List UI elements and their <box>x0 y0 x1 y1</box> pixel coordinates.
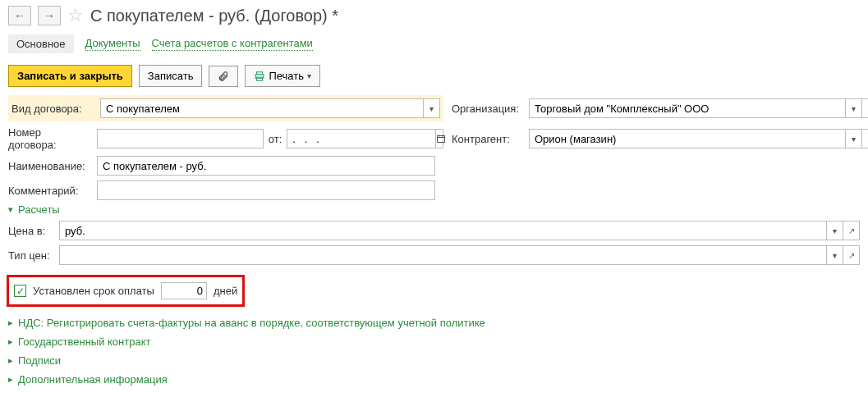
chevron-right-icon <box>8 317 13 328</box>
currency-input[interactable] <box>60 221 826 240</box>
price-type-label: Тип цен: <box>8 249 54 262</box>
section-sign-label: Подписи <box>18 354 61 367</box>
printer-icon <box>254 71 265 82</box>
contract-type-row: Вид договора: ▾ <box>8 95 443 121</box>
days-label: дней <box>214 285 237 297</box>
organization-select[interactable]: ▾ ↗ <box>529 98 868 118</box>
price-in-label: Цена в: <box>8 225 54 237</box>
tab-accounts[interactable]: Счета расчетов с контрагентами <box>152 37 313 51</box>
tab-main[interactable]: Основное <box>8 34 74 53</box>
calendar-icon[interactable] <box>435 130 446 148</box>
attach-button[interactable] <box>209 66 238 87</box>
dropdown-icon[interactable]: ▾ <box>845 99 861 117</box>
payment-days-input[interactable] <box>161 282 207 299</box>
comment-label: Комментарий: <box>8 185 92 197</box>
counterparty-select[interactable]: ▾ ↗ <box>529 129 868 148</box>
organization-row: Организация: ▾ ↗ <box>452 98 868 118</box>
dropdown-icon[interactable]: ▾ <box>826 246 843 264</box>
counterparty-row: Контрагент: ▾ ↗ <box>452 129 868 148</box>
toolbar: Записать и закрыть Записать Печать ▾ <box>0 60 868 95</box>
price-type-select[interactable]: ▾ ↗ <box>59 245 860 265</box>
tabs: Основное Документы Счета расчетов с конт… <box>0 31 868 60</box>
contract-number-input[interactable] <box>97 129 264 148</box>
open-icon[interactable]: ↗ <box>861 130 868 148</box>
print-button[interactable]: Печать ▾ <box>245 65 320 87</box>
chevron-right-icon <box>8 355 13 366</box>
back-button[interactable]: ← <box>8 6 31 25</box>
favorite-star-icon[interactable]: ☆ <box>67 5 84 26</box>
date-input[interactable] <box>287 129 443 148</box>
section-calc[interactable]: Расчеты <box>0 200 868 219</box>
contract-number-label: Номер договора: <box>8 126 92 151</box>
counterparty-label: Контрагент: <box>452 133 524 145</box>
header: ← → ☆ С покупателем - руб. (Договор) * <box>0 0 868 31</box>
dropdown-icon[interactable]: ▾ <box>845 130 861 148</box>
section-vat[interactable]: НДС: Регистрировать счета-фактуры на ава… <box>0 313 868 332</box>
price-type-input[interactable] <box>60 246 826 264</box>
from-label: от: <box>269 133 282 145</box>
section-calc-label: Расчеты <box>18 203 60 216</box>
currency-select[interactable]: ▾ ↗ <box>59 221 860 240</box>
payment-deadline-checkbox[interactable]: ✓ <box>14 285 26 297</box>
open-icon[interactable]: ↗ <box>843 221 859 240</box>
page-title: С покупателем - руб. (Договор) * <box>90 7 338 25</box>
organization-input[interactable] <box>530 99 845 117</box>
tab-documents[interactable]: Документы <box>85 37 140 51</box>
counterparty-input[interactable] <box>530 130 845 148</box>
svg-rect-3 <box>438 136 445 143</box>
section-gov[interactable]: Государственный контракт <box>0 332 868 351</box>
save-button[interactable]: Записать <box>139 65 203 87</box>
date-field[interactable] <box>287 130 435 148</box>
comment-row: Комментарий: <box>8 180 868 200</box>
section-extra[interactable]: Дополнительная информация <box>0 370 868 389</box>
contract-number-row: Номер договора: от: <box>8 126 443 151</box>
name-input[interactable] <box>97 156 435 176</box>
price-in-row: Цена в: ▾ ↗ <box>0 219 868 242</box>
organization-label: Организация: <box>452 103 524 115</box>
contract-type-input[interactable] <box>101 99 423 117</box>
name-label: Наименование: <box>8 160 92 172</box>
payment-deadline-label: Установлен срок оплаты <box>33 285 154 297</box>
name-row: Наименование: <box>8 156 868 176</box>
contract-type-select[interactable]: ▾ <box>100 98 440 118</box>
section-extra-label: Дополнительная информация <box>18 373 168 386</box>
section-vat-label: НДС: Регистрировать счета-фактуры на ава… <box>18 317 485 329</box>
open-icon[interactable]: ↗ <box>843 246 859 264</box>
chevron-down-icon <box>8 204 13 215</box>
print-label: Печать <box>269 70 304 82</box>
chevron-right-icon <box>8 374 13 385</box>
paperclip-icon <box>218 71 229 82</box>
save-close-button[interactable]: Записать и закрыть <box>8 65 132 87</box>
dropdown-icon[interactable]: ▾ <box>423 99 439 117</box>
chevron-right-icon <box>8 336 13 347</box>
contract-type-label: Вид договора: <box>11 103 95 115</box>
payment-deadline-box: ✓ Установлен срок оплаты дней <box>7 275 245 307</box>
form: Вид договора: ▾ Организация: ▾ ↗ Номер д… <box>0 95 868 200</box>
section-gov-label: Государственный контракт <box>18 336 150 348</box>
section-sign[interactable]: Подписи <box>0 351 868 370</box>
comment-input[interactable] <box>97 180 435 200</box>
open-icon[interactable]: ↗ <box>861 99 868 117</box>
forward-button[interactable]: → <box>38 6 61 25</box>
price-type-row: Тип цен: ▾ ↗ <box>0 242 868 268</box>
dropdown-icon[interactable]: ▾ <box>826 221 843 240</box>
